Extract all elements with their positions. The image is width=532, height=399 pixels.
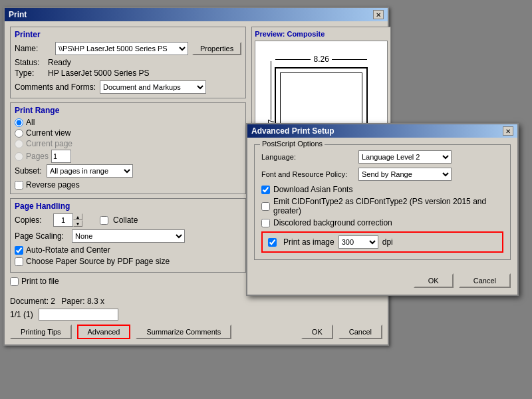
- comments-select[interactable]: Document and Markups: [100, 80, 206, 94]
- advanced-print-dialog: Advanced Print Setup ✕ PostScript Option…: [246, 123, 519, 296]
- page-handling-section: Page Handling Copies: ▲ ▼ Collate: [10, 198, 246, 273]
- printer-name-label: Name:: [15, 44, 51, 53]
- discolored-bg-label: Discolored background correction: [273, 218, 392, 227]
- print-as-image-row: Print as image 300 72 150 600 dpi: [261, 231, 503, 253]
- print-dialog-title: Print: [9, 10, 27, 19]
- cancel-button[interactable]: Cancel: [338, 325, 382, 339]
- copies-row: Copies: ▲ ▼ Collate: [15, 213, 241, 227]
- postscript-group: PostScript Options Language: Language Le…: [254, 144, 511, 260]
- properties-button[interactable]: Properties: [192, 42, 241, 55]
- language-label: Language:: [261, 153, 354, 161]
- reverse-checkbox[interactable]: [15, 181, 23, 190]
- printer-type-row: Type: HP LaserJet 5000 Series PS: [15, 68, 241, 78]
- comments-row: Comments and Forms: Document and Markups: [15, 80, 241, 94]
- all-radio-row: All: [15, 118, 241, 127]
- type-label: Type:: [15, 68, 48, 78]
- font-policy-select[interactable]: Send by Range: [358, 168, 452, 181]
- current-view-radio[interactable]: [15, 129, 23, 138]
- summarize-button[interactable]: Summarize Comments: [136, 325, 231, 339]
- print-to-file-label: Print to file: [21, 277, 59, 286]
- copies-spin-up[interactable]: ▲: [73, 213, 82, 220]
- pages-row: Pages: [15, 150, 241, 163]
- discolored-bg-checkbox[interactable]: [261, 219, 270, 227]
- paper-info: Paper: 8.3 x: [61, 297, 104, 306]
- copies-input[interactable]: [53, 213, 73, 227]
- paper-source-checkbox[interactable]: [15, 257, 23, 266]
- all-radio-label: All: [26, 118, 35, 127]
- current-page-row: Current page: [15, 139, 241, 148]
- copies-spinbox: ▲ ▼: [53, 213, 82, 227]
- scaling-select[interactable]: None: [72, 229, 185, 243]
- page-indicator: 1/1 (1): [10, 310, 33, 319]
- pages-radio[interactable]: [15, 152, 23, 161]
- type-value: HP LaserJet 5000 Series PS: [48, 68, 150, 78]
- advanced-ok-button[interactable]: OK: [414, 273, 454, 288]
- page-handling-label: Page Handling: [15, 201, 241, 211]
- status-value: Ready: [48, 58, 71, 67]
- dialog-footer: Document: 2 Paper: 8.3 x 1/1 (1) Printin…: [5, 294, 388, 344]
- dpi-select[interactable]: 300 72 150 600: [338, 235, 378, 249]
- emit-cid-label: Emit CIDFontType2 as CIDFontType2 (PS ve…: [273, 197, 503, 215]
- advanced-dialog-titlebar: Advanced Print Setup ✕: [247, 124, 517, 138]
- current-page-radio[interactable]: [15, 140, 23, 148]
- dpi-unit: dpi: [382, 237, 393, 247]
- print-range-section: Print Range All Current view Current pag…: [10, 102, 246, 194]
- font-policy-label: Font and Resource Policy:: [261, 170, 354, 178]
- printer-section: Printer Name: \\PS\HP LaserJet 5000 Seri…: [10, 27, 246, 98]
- print-as-image-checkbox[interactable]: [268, 238, 277, 247]
- printer-name-select[interactable]: \\PS\HP LaserJet 5000 Series PS: [55, 42, 188, 55]
- all-radio[interactable]: [15, 118, 23, 127]
- subset-label: Subset:: [15, 166, 47, 176]
- pages-input[interactable]: [51, 150, 71, 163]
- current-view-row: Current view: [15, 128, 241, 138]
- status-label: Status:: [15, 58, 48, 67]
- advanced-button[interactable]: Advanced: [77, 325, 131, 339]
- print-dialog-close[interactable]: ✕: [373, 10, 384, 19]
- printer-section-label: Printer: [15, 30, 241, 39]
- copies-spin-down[interactable]: ▼: [73, 220, 82, 227]
- scaling-row: Page Scaling: None: [15, 229, 241, 243]
- auto-rotate-row: Auto-Rotate and Center: [15, 245, 241, 255]
- print-to-file-checkbox[interactable]: [10, 277, 19, 286]
- reverse-label: Reverse pages: [26, 180, 80, 190]
- paper-source-label: Choose Paper Source by PDF page size: [26, 257, 170, 266]
- printing-tips-button[interactable]: Printing Tips: [10, 325, 72, 339]
- advanced-cancel-button[interactable]: Cancel: [459, 273, 511, 288]
- emit-cid-row: Emit CIDFontType2 as CIDFontType2 (PS ve…: [261, 197, 503, 215]
- advanced-dialog-body: PostScript Options Language: Language Le…: [247, 138, 517, 273]
- document-info: Document: 2: [10, 297, 55, 306]
- download-asian-row: Download Asian Fonts: [261, 185, 503, 194]
- advanced-dialog-close[interactable]: ✕: [503, 126, 513, 136]
- subset-select[interactable]: All pages in range: [47, 164, 133, 178]
- emit-cid-checkbox[interactable]: [261, 202, 270, 211]
- language-select[interactable]: Language Level 2: [358, 150, 452, 164]
- copies-label: Copies:: [15, 215, 49, 225]
- paper-source-row: Choose Paper Source by PDF page size: [15, 257, 241, 266]
- page-indicator-row: 1/1 (1): [10, 309, 382, 321]
- dimension-top: 8.26: [313, 55, 329, 64]
- left-panel: Printer Name: \\PS\HP LaserJet 5000 Seri…: [10, 27, 246, 289]
- collate-row: Collate: [100, 215, 138, 225]
- print-to-file-row: Print to file: [10, 277, 246, 286]
- printer-name-row: Name: \\PS\HP LaserJet 5000 Series PS Pr…: [15, 42, 241, 55]
- advanced-dialog-title: Advanced Print Setup: [251, 126, 334, 136]
- print-dialog-titlebar: Print ✕: [5, 8, 388, 21]
- preview-label: Preview: Composite: [255, 30, 388, 38]
- current-view-label: Current view: [26, 128, 70, 138]
- reverse-row: Reverse pages: [15, 180, 241, 190]
- download-asian-checkbox[interactable]: [261, 186, 270, 194]
- ok-button[interactable]: OK: [301, 325, 333, 339]
- footer-info: Document: 2 Paper: 8.3 x: [10, 297, 382, 306]
- font-policy-row: Font and Resource Policy: Send by Range: [261, 168, 503, 181]
- current-page-label: Current page: [26, 139, 72, 148]
- footer-buttons: Printing Tips Advanced Summarize Comment…: [10, 325, 382, 339]
- collate-checkbox[interactable]: [100, 216, 108, 225]
- auto-rotate-label: Auto-Rotate and Center: [26, 245, 110, 255]
- comments-label: Comments and Forms:: [15, 82, 96, 92]
- auto-rotate-checkbox[interactable]: [15, 246, 23, 255]
- collate-label: Collate: [113, 215, 138, 225]
- language-row: Language: Language Level 2: [261, 150, 503, 164]
- print-as-image-label: Print as image: [283, 237, 334, 247]
- copies-spin-buttons: ▲ ▼: [73, 213, 82, 227]
- advanced-dialog-footer: OK Cancel: [247, 273, 517, 295]
